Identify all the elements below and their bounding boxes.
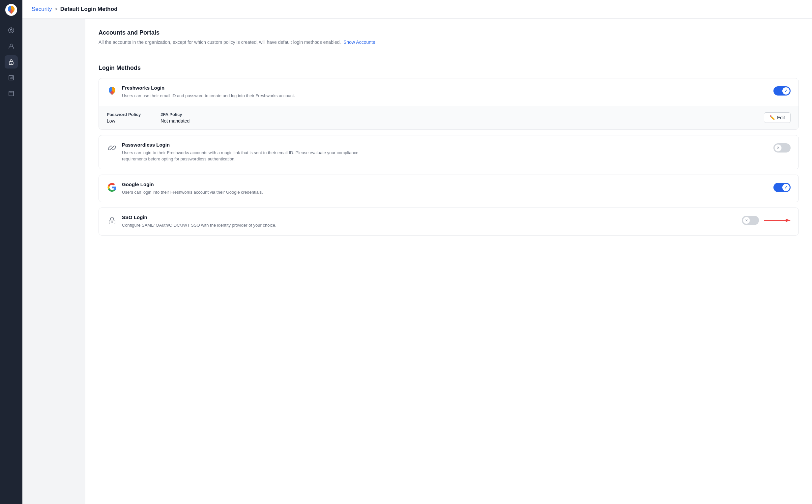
freshworks-policy-section: Password Policy Low 2FA Policy Not manda… bbox=[99, 106, 798, 129]
edit-pencil-icon: ✏️ bbox=[770, 115, 775, 120]
passwordless-toggle[interactable]: ✕ bbox=[773, 143, 791, 153]
google-login-desc: Users can login into their Freshworks ac… bbox=[122, 189, 263, 196]
passwordless-login-left: Passwordless Login Users can login to th… bbox=[107, 142, 773, 162]
freshworks-login-info: Freshworks Login Users can use their ema… bbox=[122, 85, 295, 99]
passwordless-login-name: Passwordless Login bbox=[122, 142, 379, 148]
login-methods-section: Login Methods bbox=[98, 65, 799, 236]
passwordless-toggle-wrapper[interactable]: ✕ bbox=[773, 143, 791, 153]
sso-login-left: SSO Login Configure SAML/ OAuth/OIDC/JWT… bbox=[107, 214, 742, 229]
main-content: Accounts and Portals All the accounts in… bbox=[85, 19, 812, 504]
breadcrumb-separator: > bbox=[54, 6, 57, 12]
freshworks-logo-icon bbox=[107, 86, 117, 96]
accounts-section: Accounts and Portals All the accounts in… bbox=[98, 29, 799, 46]
sso-login-info: SSO Login Configure SAML/ OAuth/OIDC/JWT… bbox=[122, 214, 276, 229]
google-login-left: Google Login Users can login into their … bbox=[107, 182, 773, 196]
policy-fields: Password Policy Low 2FA Policy Not manda… bbox=[107, 112, 189, 124]
password-policy-label: Password Policy bbox=[107, 112, 141, 117]
passwordless-login-info: Passwordless Login Users can login to th… bbox=[122, 142, 379, 162]
breadcrumb: Security > Default Login Method bbox=[32, 6, 118, 13]
sidebar-dashboard-icon[interactable] bbox=[5, 24, 18, 37]
google-login-main: Google Login Users can login into their … bbox=[99, 175, 798, 202]
content-area: Accounts and Portals All the accounts in… bbox=[22, 19, 812, 504]
show-accounts-link[interactable]: Show Accounts bbox=[343, 40, 375, 45]
google-logo-icon bbox=[107, 182, 117, 193]
svg-point-6 bbox=[11, 63, 12, 64]
google-toggle-track[interactable]: ✓ bbox=[773, 183, 791, 192]
sso-login-main: SSO Login Configure SAML/ OAuth/OIDC/JWT… bbox=[99, 208, 798, 235]
sidebar-files-icon[interactable] bbox=[5, 87, 18, 100]
breadcrumb-security-link[interactable]: Security bbox=[32, 6, 52, 13]
sso-lock-icon bbox=[107, 215, 117, 226]
svg-point-12 bbox=[10, 92, 11, 93]
edit-label: Edit bbox=[777, 115, 785, 120]
twofa-policy-field: 2FA Policy Not mandated bbox=[160, 112, 189, 124]
sidebar-security-icon[interactable] bbox=[5, 55, 18, 69]
sidebar-contacts-icon[interactable] bbox=[5, 40, 18, 53]
freshworks-toggle[interactable]: ✓ bbox=[773, 86, 791, 96]
freshworks-login-main: Freshworks Login Users can use their ema… bbox=[99, 78, 798, 106]
sidebar-reports-icon[interactable] bbox=[5, 71, 18, 84]
passwordless-link-icon bbox=[107, 143, 117, 153]
google-login-info: Google Login Users can login into their … bbox=[122, 182, 263, 196]
google-toggle[interactable]: ✓ bbox=[773, 183, 791, 192]
svg-point-13 bbox=[11, 92, 12, 93]
twofa-policy-label: 2FA Policy bbox=[160, 112, 189, 117]
left-nav bbox=[22, 19, 85, 504]
login-methods-title: Login Methods bbox=[98, 65, 799, 71]
main-container: Security > Default Login Method Accounts… bbox=[22, 0, 812, 504]
passwordless-login-desc: Users can login to their Freshworks acco… bbox=[122, 150, 379, 162]
freshworks-login-card: Freshworks Login Users can use their ema… bbox=[98, 78, 799, 130]
accounts-desc: All the accounts in the organization, ex… bbox=[98, 39, 799, 46]
top-header: Security > Default Login Method bbox=[22, 0, 812, 19]
freshworks-toggle-track[interactable]: ✓ bbox=[773, 86, 791, 96]
sso-toggle[interactable]: ✕ bbox=[742, 216, 759, 225]
password-policy-value: Low bbox=[107, 118, 141, 124]
red-arrow-indicator bbox=[764, 217, 791, 224]
freshworks-login-left: Freshworks Login Users can use their ema… bbox=[107, 85, 773, 99]
section-divider bbox=[98, 55, 799, 55]
twofa-policy-value: Not mandated bbox=[160, 118, 189, 124]
breadcrumb-current: Default Login Method bbox=[60, 6, 118, 13]
passwordless-login-card: Passwordless Login Users can login to th… bbox=[98, 135, 799, 169]
freshworks-login-desc: Users can use their email ID and passwor… bbox=[122, 93, 295, 99]
svg-point-2 bbox=[10, 29, 12, 31]
svg-line-15 bbox=[111, 147, 113, 149]
app-logo bbox=[5, 4, 17, 16]
sso-login-card: SSO Login Configure SAML/ OAuth/OIDC/JWT… bbox=[98, 208, 799, 236]
svg-marker-19 bbox=[786, 219, 791, 222]
svg-point-17 bbox=[111, 221, 113, 223]
sso-login-desc: Configure SAML/ OAuth/OIDC/JWT SSO with … bbox=[122, 222, 276, 229]
freshworks-toggle-thumb: ✓ bbox=[782, 87, 790, 95]
edit-policy-button[interactable]: ✏️ Edit bbox=[764, 112, 791, 123]
password-policy-field: Password Policy Low bbox=[107, 112, 141, 124]
google-login-card: Google Login Users can login into their … bbox=[98, 175, 799, 203]
google-login-name: Google Login bbox=[122, 182, 263, 187]
freshworks-login-name: Freshworks Login bbox=[122, 85, 295, 91]
sso-login-name: SSO Login bbox=[122, 214, 276, 220]
sso-toggle-wrapper: ✕ bbox=[742, 216, 791, 225]
google-toggle-thumb: ✓ bbox=[782, 184, 790, 191]
accounts-title: Accounts and Portals bbox=[98, 29, 799, 36]
sidebar bbox=[0, 0, 22, 504]
passwordless-login-main: Passwordless Login Users can login to th… bbox=[99, 135, 798, 169]
